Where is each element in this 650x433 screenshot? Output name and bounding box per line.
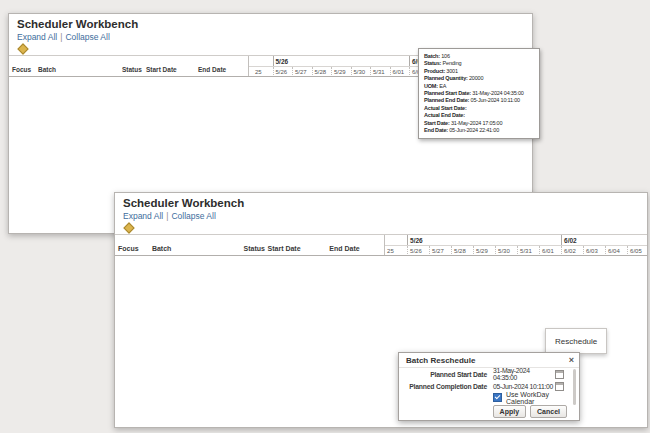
batch-info-tooltip: Batch: 106Status: PendingProduct: 3001Pl… [418,48,540,139]
tree-links: Expand All|Collapse All [9,31,532,43]
column-header-status[interactable]: Status [119,56,143,76]
table-header: Focus Batch Status Start Date End Date 5… [9,55,478,77]
gantt-day-tick: 6/04 [605,246,627,255]
gantt-day-tick: 5/28 [312,67,332,76]
reschedule-drag-tooltip: Reschedule [545,328,607,354]
gantt-day-tick: 6/01 [390,67,410,76]
column-header-start-date[interactable]: Start Date [265,235,327,255]
expand-all-link[interactable]: Expand All [17,32,57,42]
gantt-day-tick: 6/01 [539,246,561,255]
column-header-batch[interactable]: Batch [35,56,119,76]
gantt-day-tick: 6/03 [583,246,605,255]
collapse-all-link[interactable]: Collapse All [65,32,109,42]
column-header-batch[interactable]: Batch [149,235,241,255]
column-header-end-date[interactable]: End Date [195,56,248,76]
gantt-day-tick: 25 [253,67,273,76]
expand-all-link[interactable]: Expand All [123,211,163,221]
use-workday-calendar-checkbox[interactable] [493,393,502,402]
planned-start-date-row: Planned Start Date 31-May-2024 04:35:00 [399,368,579,380]
column-header-focus[interactable]: Focus [115,235,149,255]
dialog-title: Batch Reschedule [406,356,475,365]
gantt-day-tick: 5/29 [473,246,495,255]
reschedule-drag-label: Reschedule [555,337,597,346]
page-title: Scheduler Workbench [115,193,647,210]
column-header-start-date[interactable]: Start Date [143,56,195,76]
apply-button[interactable]: Apply [493,405,526,418]
workday-calendar-row: Use WorkDay Calendar [399,392,579,403]
dialog-buttons: Apply Cancel [399,403,579,418]
gantt-week-label: 5/26 [407,235,423,245]
gantt-day-tick: 5/30 [351,67,371,76]
gantt-day-tick: 5/27 [429,246,451,255]
tooltip-line: Planned Quantity: 20000 [424,75,534,82]
focus-tool-icon[interactable] [123,222,134,233]
close-icon[interactable]: × [569,356,574,365]
tooltip-line: End Date: 05-Jun-2024 22:41:00 [424,127,534,134]
tooltip-line: Actual Start Date: [424,105,534,112]
date-picker-icon[interactable] [555,370,564,379]
tooltip-line: Batch: 106 [424,53,534,60]
planned-start-date-label: Planned Start Date [399,371,487,378]
tooltip-line: Status: Pending [424,60,534,67]
gantt-day-tick: 25 [385,246,407,255]
gantt-timeline-header: 5/266/02 255/265/275/285/295/305/316/016… [384,235,647,255]
tooltip-line: Start Date: 31-May-2024 17:05:00 [424,120,534,127]
gantt-day-tick: 5/29 [331,67,351,76]
gantt-week-label: 5/26 [273,56,289,66]
planned-start-date-field[interactable]: 31-May-2024 04:35:00 [493,367,555,381]
table-header: Focus Batch Status Start Date End Date 5… [115,234,647,256]
toolbar [115,222,647,234]
gantt-day-tick: 5/26 [407,246,429,255]
gantt-day-tick: 6/05 [627,246,647,255]
tooltip-line: Product: 3001 [424,68,534,75]
use-workday-calendar-label: Use WorkDay Calendar [506,391,579,405]
tree-links: Expand All|Collapse All [115,210,647,222]
gantt-day-tick: 5/30 [495,246,517,255]
gantt-day-tick: 5/27 [292,67,312,76]
focus-tool-icon[interactable] [17,43,28,54]
cancel-button[interactable]: Cancel [530,405,567,418]
tooltip-line: Planned Start Date: 31-May-2024 04:35:00 [424,90,534,97]
planned-completion-date-label: Planned Completion Date [399,383,487,390]
dialog-titlebar: Batch Reschedule × [399,353,579,368]
tooltip-line: Actual End Date: [424,112,534,119]
gantt-week-label: 6/02 [561,235,577,245]
gantt-day-tick: 5/26 [273,67,293,76]
gantt-day-tick: 5/31 [370,67,390,76]
gantt-day-tick: 6/02 [561,246,583,255]
gantt-day-tick: 5/28 [451,246,473,255]
collapse-all-link[interactable]: Collapse All [171,211,215,221]
column-header-end-date[interactable]: End Date [326,235,384,255]
screen: Scheduler Workbench Expand All|Collapse … [0,0,650,433]
page-title: Scheduler Workbench [9,14,532,31]
tooltip-line: UOM: EA [424,83,534,90]
date-picker-icon[interactable] [555,382,564,391]
column-header-status[interactable]: Status [241,235,265,255]
gantt-day-tick: 5/31 [517,246,539,255]
column-header-focus[interactable]: Focus [9,56,35,76]
batch-reschedule-dialog: Batch Reschedule × Planned Start Date 31… [398,352,580,421]
planned-completion-date-field[interactable]: 05-Jun-2024 10:11:00 [493,383,555,390]
dialog-scrollbar[interactable] [573,369,576,405]
tooltip-line: Planned End Date: 05-Jun-2024 10:11:00 [424,97,534,104]
